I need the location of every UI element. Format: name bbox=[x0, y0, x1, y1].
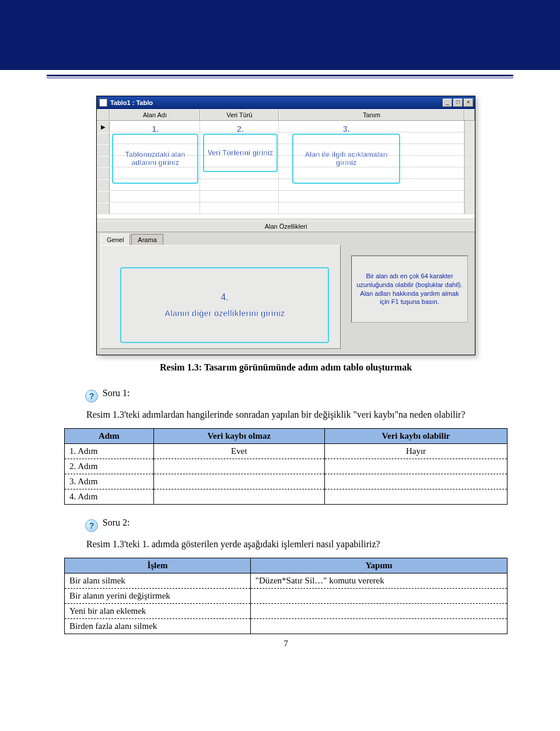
question-icon: ? bbox=[85, 390, 98, 403]
table-islem: İşlem Yapımı Bir alanı silmek"Düzen*Satı… bbox=[64, 558, 508, 634]
scroll-up-icon[interactable] bbox=[464, 110, 475, 120]
page-content: Tablo1 : Tablo _ □ × Alan Adı Veri Türü … bbox=[0, 78, 560, 649]
divider bbox=[47, 75, 513, 76]
table-row: 4. Adım bbox=[65, 489, 508, 505]
table-row: 3. Adım bbox=[65, 474, 508, 489]
table-row: 2. Adım bbox=[65, 459, 508, 474]
callout-text: Veri Türlerini giriniz bbox=[208, 149, 273, 157]
callout-text: Alanın diğer özelliklerini giriniz bbox=[164, 309, 285, 318]
column-header: Alan Adı bbox=[110, 110, 200, 120]
minimize-icon[interactable]: _ bbox=[443, 99, 452, 107]
callout-3: 3. Alan ile ilgili açıklamaları giriniz bbox=[292, 134, 400, 184]
app-icon bbox=[99, 99, 107, 107]
soru1-label: Soru 1: bbox=[103, 388, 130, 398]
help-text: Bir alan adı en çok 64 karakter uzunluğu… bbox=[351, 256, 468, 323]
table-header: Adım bbox=[65, 429, 154, 444]
soru2-text: Resim 1.3'teki 1. adımda gösterilen yerd… bbox=[86, 537, 508, 551]
table-row: Bir alanı silmek"Düzen*Satır Sil…" komut… bbox=[65, 573, 508, 589]
table-header: Yapımı bbox=[250, 558, 507, 573]
section-title: Alan Özellikleri bbox=[97, 221, 475, 232]
table-header: İşlem bbox=[65, 558, 251, 573]
soru2-label: Soru 2: bbox=[103, 517, 130, 527]
table-row: Birden fazla alanı silmek bbox=[65, 619, 508, 634]
header-band bbox=[0, 0, 560, 70]
window-titlebar: Tablo1 : Tablo _ □ × bbox=[97, 96, 475, 109]
maximize-icon[interactable]: □ bbox=[453, 99, 463, 107]
tab-genel[interactable]: Genel bbox=[100, 234, 130, 245]
column-header: Tanım bbox=[279, 110, 464, 120]
scroll-down-icon[interactable] bbox=[464, 202, 475, 214]
table-row: 1. AdımEvetHayır bbox=[65, 444, 508, 459]
figure-caption: Resim 1.3: Tasarım görünümünde adım adım… bbox=[64, 362, 508, 373]
table-header: Veri kaybı olmaz bbox=[153, 429, 324, 444]
row-selector[interactable]: ▶ bbox=[97, 121, 110, 132]
grid-column-headers: Alan Adı Veri Türü Tanım bbox=[97, 109, 475, 121]
figure-screenshot: Tablo1 : Tablo _ □ × Alan Adı Veri Türü … bbox=[96, 96, 475, 355]
callout-1: 1. Tablonuzdaki alan adlarını giriniz bbox=[112, 134, 198, 184]
callout-4: 4. Alanın diğer özelliklerini giriniz bbox=[120, 267, 329, 343]
question-icon: ? bbox=[85, 519, 98, 532]
callout-text: Tablonuzdaki alan adlarını giriniz bbox=[114, 151, 196, 167]
window-title: Tablo1 : Tablo bbox=[110, 99, 153, 106]
callout-2: 2. Veri Türlerini giriniz bbox=[203, 134, 278, 172]
close-icon[interactable]: × bbox=[464, 99, 473, 107]
table-row: Bir alanın yerini değiştirmek bbox=[65, 589, 508, 604]
soru1-text: Resim 1.3'teki adımlardan hangilerinde s… bbox=[86, 408, 508, 421]
tab-arama[interactable]: Arama bbox=[131, 234, 163, 245]
table-row: Yeni bir alan eklemek bbox=[65, 604, 508, 619]
grid-body: ▶ 1. Tablonuzdaki alan adlarını giriniz … bbox=[97, 121, 475, 217]
column-header: Veri Türü bbox=[200, 110, 279, 120]
callout-text: Alan ile ilgili açıklamaları giriniz bbox=[295, 151, 398, 167]
properties-panel: Genel Arama 4. Alanın diğer özelliklerin… bbox=[97, 232, 475, 355]
page-number: 7 bbox=[64, 639, 508, 649]
table-header: Veri kaybı olabilir bbox=[325, 429, 508, 444]
table-veri-kaybi: Adım Veri kaybı olmaz Veri kaybı olabili… bbox=[64, 428, 508, 505]
